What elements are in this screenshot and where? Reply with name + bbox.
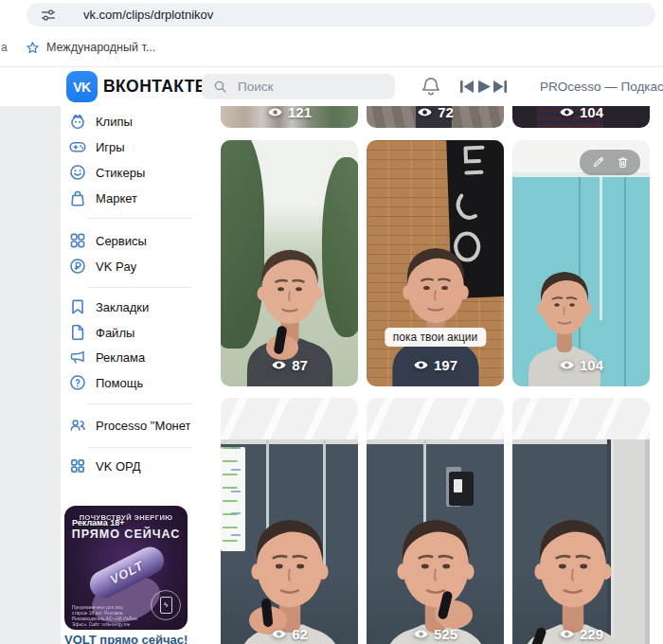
bell-icon[interactable]: [421, 76, 441, 98]
vk-logo[interactable]: VK: [66, 71, 98, 102]
skip-next-icon[interactable]: [493, 80, 508, 94]
bookmark-title: Международный т...: [46, 41, 155, 54]
clip-card[interactable]: 62: [221, 398, 358, 644]
view-count: 104: [512, 106, 650, 120]
bookmarks-bar: а Международный т...: [0, 28, 663, 67]
view-count: 197: [367, 357, 504, 373]
bookmarks-icon: [68, 297, 87, 316]
eye-icon: [413, 628, 429, 640]
megaphone-icon: [68, 348, 87, 367]
sidebar-item-games[interactable]: Игры: [61, 134, 194, 159]
bookmark-item[interactable]: Международный т...: [26, 41, 155, 55]
clip-card[interactable]: 104: [512, 106, 650, 128]
sidebar-item-label: VK Pay: [96, 259, 136, 274]
stickers-icon: [68, 163, 87, 182]
sidebar-item-vk-pay[interactable]: VK Pay: [61, 254, 194, 278]
divider: [87, 447, 191, 448]
sidebar-item-label: Файлы: [96, 326, 134, 340]
clip-card[interactable]: 87: [221, 140, 358, 386]
files-icon: [68, 323, 87, 342]
divider: [87, 403, 191, 404]
clip-thumbnail: [512, 398, 650, 439]
eye-icon: [559, 359, 575, 371]
vk-header: VK ВКОНТАКТЕ PROcesso — Подкаст - гл: [0, 67, 663, 107]
search-input[interactable]: [236, 79, 382, 95]
sidebar-item-market[interactable]: Маркет: [61, 186, 194, 210]
sidebar-item-ads[interactable]: Реклама: [61, 345, 194, 369]
clip-thumbnail: [624, 177, 626, 386]
browser-toolbar: [0, 0, 663, 28]
ad-banner[interactable]: ПОЧУВСТВУЙ ЭНЕРГИЮ Реклама 18+ ПРЯМО СЕЙ…: [64, 506, 188, 630]
delete-icon[interactable]: [616, 155, 630, 170]
sidebar-item-label: Помощь: [96, 376, 143, 390]
sidebar-item-services[interactable]: Сервисы: [61, 228, 194, 253]
search-box[interactable]: [202, 74, 395, 99]
sidebar: Клипы Игры Стикеры Маркет: [61, 106, 194, 644]
clip-card[interactable]: 229: [512, 398, 650, 644]
view-count: 104: [512, 357, 650, 373]
divider: [87, 218, 191, 219]
sidebar-item-files[interactable]: Файлы: [61, 320, 194, 345]
browser-window: а Международный т... VK ВКОНТАКТЕ: [0, 0, 663, 644]
person-thumbnail: [367, 487, 504, 644]
sidebar-item-stickers[interactable]: Стикеры: [61, 160, 194, 185]
eye-icon: [267, 106, 283, 118]
clip-thumbnail: [221, 398, 358, 439]
vk-wordmark[interactable]: ВКОНТАКТЕ: [103, 77, 206, 97]
sidebar-item-label: Сервисы: [96, 234, 147, 248]
sidebar-item-processo[interactable]: Processo "Монети…: [61, 413, 194, 438]
view-count: 62: [221, 626, 358, 642]
caption-chip: пока твои акции: [385, 328, 486, 347]
site-info-icon[interactable]: [40, 7, 57, 24]
clip-card[interactable]: 72: [367, 106, 504, 128]
eye-icon: [413, 359, 429, 371]
clips-grid: 121 72 104 87: [194, 106, 663, 644]
view-count: 72: [367, 106, 504, 120]
edit-icon[interactable]: [591, 155, 605, 170]
view-count: 525: [367, 626, 504, 642]
eye-icon: [417, 106, 433, 118]
page-left-gutter: [0, 106, 61, 644]
sidebar-item-label: Стикеры: [96, 166, 145, 180]
star-icon: [26, 41, 40, 55]
sidebar-item-bookmarks[interactable]: Закладки: [61, 295, 194, 319]
sidebar-item-clips[interactable]: Клипы: [61, 109, 194, 134]
play-icon[interactable]: [476, 80, 492, 94]
ad-disclosure-label: Реклама 18+: [72, 518, 124, 528]
clip-actions: [580, 150, 640, 175]
skip-previous-icon[interactable]: [459, 80, 475, 94]
bookmark-partial[interactable]: а: [1, 41, 12, 54]
clip-card[interactable]: 104: [512, 140, 650, 386]
ad-headline-main: ПРЯМО СЕЙЧАС: [64, 528, 188, 541]
url-input[interactable]: [81, 7, 616, 23]
person-thumbnail: [221, 487, 358, 644]
grid-icon: [68, 456, 87, 475]
help-icon: [68, 373, 87, 392]
sidebar-item-help[interactable]: Помощь: [61, 370, 194, 395]
services-icon: [68, 231, 87, 250]
clips-icon: [68, 112, 87, 131]
person-thumbnail: [512, 487, 644, 644]
sidebar-item-label: Игры: [96, 140, 125, 154]
sidebar-item-vk-ord[interactable]: VK ОРД: [61, 454, 194, 478]
view-count: 229: [512, 626, 650, 642]
vk-pay-icon: [68, 257, 87, 276]
ad-round-badge: ϟ: [151, 590, 181, 620]
player-track-title[interactable]: PROcesso — Подкаст - гл: [540, 80, 663, 97]
games-icon: [68, 137, 87, 156]
community-icon: [68, 416, 87, 435]
address-bar[interactable]: [27, 3, 655, 27]
search-icon: [213, 80, 227, 94]
clip-card[interactable]: 525: [367, 398, 504, 644]
eye-icon: [271, 359, 287, 371]
eye-icon: [559, 106, 575, 118]
divider: [87, 287, 191, 288]
clip-card[interactable]: 121: [221, 106, 358, 128]
sidebar-item-label: Закладки: [96, 300, 149, 314]
sidebar-item-label: Реклама: [96, 350, 145, 365]
view-count: 87: [221, 357, 358, 373]
sidebar-item-label: Маркет: [96, 191, 137, 206]
eye-icon: [559, 628, 575, 640]
ad-caption-link[interactable]: VOLT прямо сейчас!: [64, 633, 188, 644]
clip-card[interactable]: пока твои акции 197: [367, 140, 504, 386]
